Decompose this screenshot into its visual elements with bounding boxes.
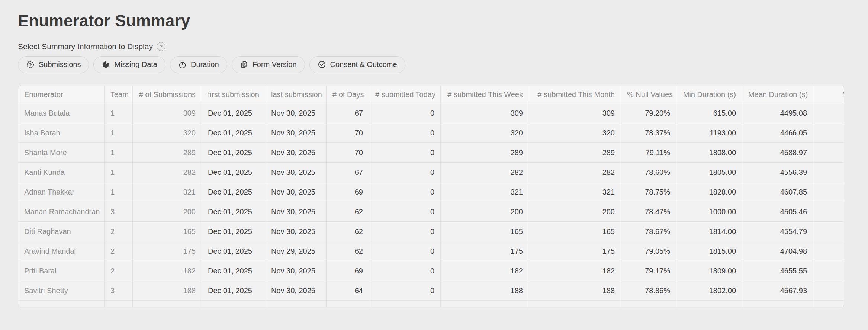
cell-mean-duration[interactable]: 4607.85 — [742, 182, 813, 202]
cell-mean-duration[interactable]: 4554.79 — [742, 222, 813, 241]
cell-mean-duration[interactable]: 4567.93 — [742, 281, 813, 301]
cell-enumerator[interactable]: Priti Baral — [18, 261, 105, 281]
cell-mean-duration[interactable]: 4556.39 — [742, 163, 813, 182]
cell-submitted-this-month[interactable]: 182 — [529, 261, 621, 281]
cell-submissions[interactable]: 165 — [133, 222, 202, 241]
cell-first-submission[interactable]: Dec 01, 2025 — [202, 222, 265, 241]
cell-team[interactable]: 3 — [105, 281, 133, 301]
cell-first-submission[interactable]: Dec 01, 2025 — [202, 103, 265, 123]
cell-last-submission[interactable]: Nov 30, 2025 — [265, 182, 327, 202]
cell-null-values[interactable]: 79.02% — [621, 301, 676, 307]
cell-submitted-this-week[interactable]: 321 — [441, 182, 529, 202]
cell-submitted-this-week[interactable]: 309 — [441, 103, 529, 123]
cell-min-duration[interactable]: 1828.00 — [676, 182, 742, 202]
cell-min-duration[interactable]: 1815.00 — [676, 241, 742, 261]
cell-submissions[interactable]: 188 — [133, 281, 202, 301]
cell-last-submission[interactable]: Nov 30, 2025 — [265, 261, 327, 281]
column-header-enumerator[interactable]: Enumerator — [18, 86, 105, 103]
cell-submitted-this-week[interactable]: 175 — [441, 241, 529, 261]
column-header-days[interactable]: # of Days — [327, 86, 369, 103]
column-header-min-duration[interactable]: Min Duration (s) — [676, 86, 742, 103]
cell-median[interactable] — [813, 301, 844, 307]
cell-mean-duration[interactable]: 4704.98 — [742, 241, 813, 261]
cell-median[interactable] — [813, 261, 844, 281]
cell-submitted-this-month[interactable]: 188 — [529, 281, 621, 301]
cell-first-submission[interactable]: Dec 01, 2025 — [202, 301, 265, 307]
cell-null-values[interactable]: 79.20% — [621, 103, 676, 123]
cell-median[interactable] — [813, 202, 844, 222]
column-header-mean-duration[interactable]: Mean Duration (s) — [742, 86, 813, 103]
cell-min-duration[interactable]: 1809.00 — [676, 261, 742, 281]
cell-submitted-this-week[interactable]: 200 — [441, 202, 529, 222]
cell-submitted-this-month[interactable]: 170 — [529, 301, 621, 307]
cell-min-duration[interactable]: 615.00 — [676, 103, 742, 123]
cell-submitted-today[interactable]: 0 — [369, 301, 441, 307]
cell-last-submission[interactable]: Nov 30, 2025 — [265, 301, 327, 307]
column-header-submitted-this-month[interactable]: # submitted This Month — [529, 86, 621, 103]
cell-submitted-this-week[interactable]: 182 — [441, 261, 529, 281]
column-header-submissions[interactable]: # of Submissions — [133, 86, 202, 103]
cell-median[interactable] — [813, 123, 844, 143]
cell-null-values[interactable]: 78.47% — [621, 202, 676, 222]
cell-last-submission[interactable]: Nov 29, 2025 — [265, 241, 327, 261]
cell-min-duration[interactable]: 1000.00 — [676, 202, 742, 222]
cell-submissions[interactable]: 175 — [133, 241, 202, 261]
column-header-first-submission[interactable]: first submission — [202, 86, 265, 103]
duration-button[interactable]: Duration — [170, 56, 227, 73]
cell-submitted-this-week[interactable]: 289 — [441, 143, 529, 163]
submissions-button[interactable]: Submissions — [18, 56, 89, 73]
cell-submissions[interactable]: 321 — [133, 182, 202, 202]
cell-mean-duration[interactable]: 4588.97 — [742, 143, 813, 163]
consent-outcome-button[interactable]: Consent & Outcome — [309, 56, 405, 73]
cell-enumerator[interactable]: Isha Borah — [18, 123, 105, 143]
cell-enumerator[interactable]: Kanti Kunda — [18, 163, 105, 182]
cell-enumerator[interactable]: Manas Butala — [18, 103, 105, 123]
cell-enumerator[interactable]: Mira Bedi — [18, 301, 105, 307]
cell-team[interactable]: 1 — [105, 163, 133, 182]
cell-days[interactable]: 66 — [327, 301, 369, 307]
cell-team[interactable]: 1 — [105, 143, 133, 163]
cell-submitted-this-week[interactable]: 282 — [441, 163, 529, 182]
cell-submitted-today[interactable]: 0 — [369, 202, 441, 222]
cell-team[interactable]: 1 — [105, 103, 133, 123]
cell-submissions[interactable]: 200 — [133, 202, 202, 222]
cell-last-submission[interactable]: Nov 30, 2025 — [265, 123, 327, 143]
cell-team[interactable]: 2 — [105, 261, 133, 281]
column-header-last-submission[interactable]: last submission — [265, 86, 327, 103]
cell-submissions[interactable]: 282 — [133, 163, 202, 182]
cell-first-submission[interactable]: Dec 01, 2025 — [202, 143, 265, 163]
cell-days[interactable]: 69 — [327, 182, 369, 202]
cell-submissions[interactable]: 182 — [133, 261, 202, 281]
cell-last-submission[interactable]: Nov 30, 2025 — [265, 103, 327, 123]
cell-median[interactable] — [813, 143, 844, 163]
cell-submitted-this-month[interactable]: 289 — [529, 143, 621, 163]
cell-null-values[interactable]: 78.75% — [621, 182, 676, 202]
cell-first-submission[interactable]: Dec 01, 2025 — [202, 163, 265, 182]
cell-median[interactable] — [813, 182, 844, 202]
cell-days[interactable]: 67 — [327, 163, 369, 182]
cell-submitted-today[interactable]: 0 — [369, 222, 441, 241]
cell-days[interactable]: 67 — [327, 103, 369, 123]
cell-submissions[interactable]: 289 — [133, 143, 202, 163]
cell-median[interactable] — [813, 281, 844, 301]
cell-null-values[interactable]: 79.05% — [621, 241, 676, 261]
cell-enumerator[interactable]: Shanta More — [18, 143, 105, 163]
cell-min-duration[interactable]: 1790.00 — [676, 301, 742, 307]
column-header-submitted-this-week[interactable]: # submitted This Week — [441, 86, 529, 103]
cell-submissions[interactable]: 170 — [133, 301, 202, 307]
cell-first-submission[interactable]: Dec 01, 2025 — [202, 202, 265, 222]
cell-min-duration[interactable]: 1193.00 — [676, 123, 742, 143]
cell-first-submission[interactable]: Dec 01, 2025 — [202, 123, 265, 143]
cell-days[interactable]: 62 — [327, 202, 369, 222]
cell-submitted-today[interactable]: 0 — [369, 123, 441, 143]
cell-team[interactable]: 3 — [105, 202, 133, 222]
cell-mean-duration[interactable]: 4510.04 — [742, 301, 813, 307]
cell-submitted-this-month[interactable]: 175 — [529, 241, 621, 261]
missing-data-button[interactable]: Missing Data — [93, 56, 165, 73]
cell-submitted-today[interactable]: 0 — [369, 163, 441, 182]
cell-submissions[interactable]: 309 — [133, 103, 202, 123]
cell-min-duration[interactable]: 1805.00 — [676, 163, 742, 182]
cell-min-duration[interactable]: 1814.00 — [676, 222, 742, 241]
cell-submitted-this-month[interactable]: 321 — [529, 182, 621, 202]
cell-null-values[interactable]: 79.17% — [621, 261, 676, 281]
